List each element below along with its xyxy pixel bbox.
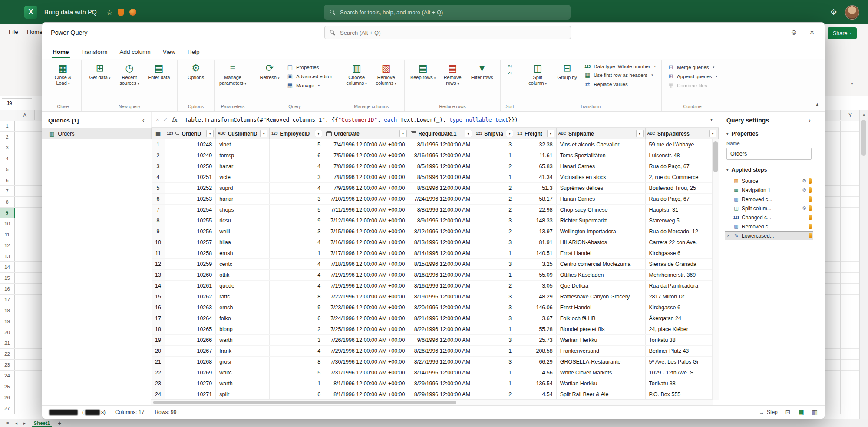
sheet-prev-icon[interactable]: ◂ [15, 420, 17, 426]
grid-cell[interactable]: ernsh [216, 302, 270, 313]
combine-files-button[interactable]: ▦Combine files [666, 82, 719, 89]
scrollbar-thumb[interactable] [713, 141, 718, 172]
sort-za-button[interactable]: Z↓ [505, 70, 515, 76]
expand-formula-icon[interactable]: ▾ [710, 117, 714, 122]
remove-columns-button[interactable]: ▧Remove columns▾ [372, 61, 400, 87]
grid-cell[interactable]: 32.38 [515, 139, 556, 150]
scroll-up-icon[interactable]: ▴ [860, 110, 868, 116]
row-header-20[interactable]: 20 [0, 327, 15, 338]
grid-cell[interactable]: 1 [474, 324, 515, 335]
grid-cell[interactable]: 7/25/1996 12:00:00 AM +00:00 [324, 324, 409, 335]
grid-cell[interactable]: 10249 [165, 150, 216, 161]
grid-cell[interactable]: 48.29 [515, 291, 556, 302]
enter-data-button[interactable]: ▤Enter data [145, 61, 173, 81]
row-header-12[interactable]: 12 [0, 240, 15, 251]
row-header-11[interactable]: 11 [0, 229, 15, 240]
merge-queries-button[interactable]: ⊟Merge queries▾ [666, 63, 719, 71]
grid-cell[interactable]: 8/22/1996 12:00:00 AM [409, 324, 474, 335]
close-dialog-icon[interactable]: × [810, 28, 814, 37]
step-settings-gear-icon[interactable]: ⚙ [802, 205, 806, 211]
column-header-orderdate[interactable]: OrderDate▾ [324, 128, 409, 139]
grid-cell[interactable]: 2 [474, 226, 515, 237]
grid-cell[interactable]: 11.61 [515, 150, 556, 161]
scrollbar-thumb[interactable] [861, 120, 866, 156]
row-header-13[interactable]: 13 [0, 251, 15, 261]
applied-step-navigation-1[interactable]: ▦Navigation 1⚙ [725, 185, 813, 195]
grid-cell[interactable]: 22.98 [515, 205, 556, 215]
grid-cell[interactable]: 8/29/1996 12:00:00 AM [409, 389, 474, 400]
grid-cell[interactable]: 65.83 [515, 161, 556, 172]
grid-cell[interactable]: 8/13/1996 12:00:00 AM [409, 237, 474, 248]
applied-steps-section-header[interactable]: ▾ Applied steps [725, 164, 813, 175]
grid-cell[interactable]: 10261 [165, 281, 216, 291]
column-header-shipname[interactable]: ABCShipName▾ [556, 128, 645, 139]
filter-icon[interactable]: ▾ [709, 130, 716, 137]
grid-cell[interactable]: 7/8/1996 12:00:00 AM +00:00 [324, 161, 409, 172]
grid-cell[interactable]: 3 [474, 259, 515, 270]
grid-cell[interactable]: 10264 [165, 313, 216, 324]
grid-cell[interactable]: tomsp [216, 150, 270, 161]
grid-cell[interactable]: 8/1/1996 12:00:00 AM +00:00 [324, 389, 409, 400]
grid-cell[interactable]: folko [216, 313, 270, 324]
grid-cell[interactable]: 2 [474, 161, 515, 172]
grid-cell[interactable]: 10269 [165, 367, 216, 378]
data-type-whole-number-button[interactable]: 123Data type: Whole number▾ [582, 63, 657, 70]
grid-cell[interactable]: 3 [270, 172, 324, 183]
grid-cell[interactable]: 8/5/1996 12:00:00 AM [409, 161, 474, 172]
grid-cell[interactable]: 1 [270, 248, 324, 259]
grid-cell[interactable]: whitc [216, 367, 270, 378]
grid-cell[interactable]: 7/31/1996 12:00:00 AM +00:00 [324, 367, 409, 378]
grid-cell[interactable]: Ernst Handel [556, 302, 645, 313]
avatar[interactable] [845, 5, 859, 20]
grid-cell[interactable]: 10256 [165, 226, 216, 237]
grid-cell[interactable]: 4.56 [515, 367, 556, 378]
expand-settings-icon[interactable]: › [809, 116, 811, 124]
grid-cell[interactable]: 58.17 [515, 194, 556, 205]
grid-cell[interactable]: 8/16/1996 12:00:00 AM [409, 281, 474, 291]
grid-cell[interactable]: Kirchgasse 6 [645, 302, 718, 313]
grid-cell[interactable]: vinet [216, 139, 270, 150]
grid-cell[interactable]: 7/9/1996 12:00:00 AM +00:00 [324, 183, 409, 194]
grid-cell[interactable]: 4 [270, 259, 324, 270]
applied-step-lowercased[interactable]: ×✎Lowercased... [725, 231, 813, 240]
grid-cell[interactable]: 4 [270, 161, 324, 172]
row-header-27[interactable]: 27 [0, 403, 15, 414]
filter-icon[interactable]: ▾ [206, 130, 214, 137]
grid-cell[interactable]: suprd [216, 183, 270, 194]
grid-cell[interactable]: 2 [474, 389, 515, 400]
grid-cell[interactable]: 2 [270, 324, 324, 335]
grid-cell[interactable]: 7/29/1996 12:00:00 AM +00:00 [324, 346, 409, 357]
grid-cell[interactable]: 1029 - 12th Ave. S. [645, 367, 718, 378]
grid-cell[interactable]: 10262 [165, 291, 216, 302]
row-header-24[interactable]: 24 [0, 371, 15, 381]
grid-cell[interactable]: Boulevard Tirou, 25 [645, 183, 718, 194]
grid-cell[interactable]: Hanari Carnes [556, 161, 645, 172]
grid-cell[interactable]: 8 [270, 291, 324, 302]
filter-icon[interactable]: ▾ [506, 130, 513, 137]
grid-cell[interactable]: 10265 [165, 324, 216, 335]
grid-cell[interactable]: 10260 [165, 270, 216, 281]
grid-cell[interactable]: 41.34 [515, 172, 556, 183]
get-data-button[interactable]: ⊞Get data▾ [86, 61, 114, 82]
grid-cell[interactable]: 7/11/1996 12:00:00 AM +00:00 [324, 205, 409, 215]
column-header-orderid[interactable]: 123OrderID▾ [165, 128, 216, 139]
grid-cell[interactable]: grosr [216, 357, 270, 367]
grid-cell[interactable]: 55.09 [515, 270, 556, 281]
row-header-22[interactable]: 22 [0, 349, 15, 359]
row-header-3[interactable]: 3 [0, 142, 15, 153]
grid-cell[interactable]: 59 rue de l'Abbaye [645, 139, 718, 150]
grid-cell[interactable]: 6 [270, 313, 324, 324]
grid-vertical-scrollbar[interactable] [712, 139, 719, 400]
collapse-queries-pane-icon[interactable]: ‹ [142, 116, 145, 124]
grid-cell[interactable]: 10251 [165, 172, 216, 183]
grid-cell[interactable]: 4 [270, 346, 324, 357]
grid-cell[interactable]: Toms Spezialitäten [556, 150, 645, 161]
grid-cell[interactable]: 1 [474, 367, 515, 378]
grid-cell[interactable]: frank [216, 346, 270, 357]
schema-view-icon[interactable]: ▥ [812, 409, 818, 416]
options-button[interactable]: ⚙Options [182, 61, 210, 81]
refresh-button[interactable]: ⟳Refresh▾ [255, 61, 284, 82]
grid-cell[interactable]: 7/8/1996 12:00:00 AM +00:00 [324, 172, 409, 183]
grid-cell[interactable]: 1 [474, 378, 515, 389]
row-header-10[interactable]: 10 [0, 218, 15, 229]
